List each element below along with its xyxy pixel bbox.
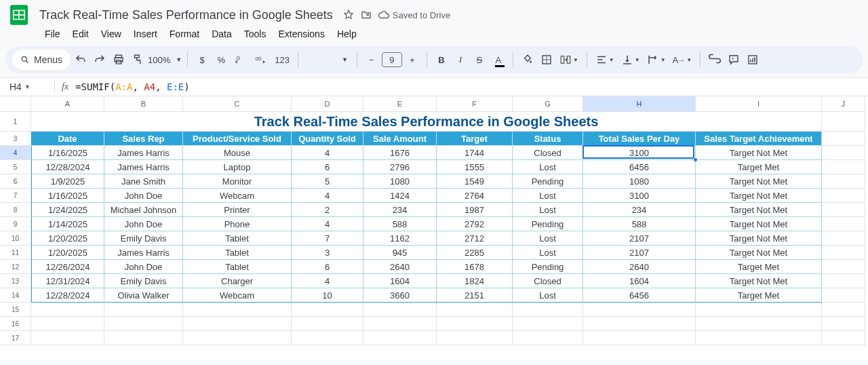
cell[interactable]: Tablet [183, 260, 292, 274]
move-icon[interactable] [360, 9, 372, 21]
increase-decimal-button[interactable]: .00 [252, 50, 271, 69]
cell[interactable]: Lost [513, 203, 583, 217]
cell[interactable] [513, 303, 583, 317]
cell[interactable]: Quantity Sold [292, 132, 363, 146]
row-header-17[interactable]: 17 [0, 331, 31, 345]
cell[interactable] [363, 317, 437, 331]
text-rotation-button[interactable]: A→▼ [670, 50, 695, 69]
cell[interactable]: 4 [292, 146, 363, 160]
row-header-16[interactable]: 16 [0, 317, 31, 331]
cell[interactable]: 4 [292, 274, 363, 288]
col-header-J[interactable]: J [822, 96, 865, 112]
col-header-C[interactable]: C [183, 96, 292, 112]
sheet-title-cell[interactable]: Track Real-Time Sales Performance in Goo… [31, 112, 822, 132]
cell[interactable]: Total Sales Per Day [583, 132, 696, 146]
cell[interactable]: Pending [513, 260, 583, 274]
cell[interactable]: Target Met [696, 288, 822, 303]
cells-area[interactable]: Track Real-Time Sales Performance in Goo… [31, 112, 865, 345]
cell[interactable]: 7 [292, 231, 363, 246]
cell[interactable]: 1080 [363, 174, 437, 189]
cell[interactable]: James Harris [104, 160, 183, 174]
cell[interactable]: Webcam [183, 288, 292, 303]
cell[interactable]: Closed [513, 274, 583, 288]
row-header-9[interactable]: 9 [0, 217, 31, 231]
cell[interactable]: 3100 [583, 146, 696, 160]
cell[interactable] [183, 317, 292, 331]
cell[interactable]: 1080 [583, 174, 696, 189]
cell[interactable]: Target Not Met [696, 189, 822, 203]
zoom-dropdown[interactable]: 100%▼ [148, 55, 182, 65]
row-header-11[interactable]: 11 [0, 246, 31, 260]
cell[interactable]: John Doe [104, 217, 183, 231]
borders-button[interactable] [538, 50, 555, 69]
cell[interactable]: 12/26/2024 [31, 260, 104, 274]
row-header-3[interactable]: 3 [0, 132, 31, 146]
row-header-8[interactable]: 8 [0, 203, 31, 217]
cell[interactable]: 2640 [363, 260, 437, 274]
cell[interactable]: Sales Rep [104, 132, 183, 146]
row-header-7[interactable]: 7 [0, 189, 31, 203]
increase-font-size-button[interactable]: + [403, 50, 421, 69]
cell[interactable]: 945 [363, 246, 437, 260]
cell[interactable] [822, 260, 865, 274]
cell[interactable]: 12/28/2024 [31, 160, 104, 174]
insert-comment-button[interactable]: + [725, 50, 743, 69]
cell[interactable]: Monitor [183, 174, 292, 189]
cell[interactable]: 1424 [363, 189, 437, 203]
col-header-H[interactable]: H [583, 96, 696, 112]
cell[interactable]: 10 [292, 288, 363, 303]
cell[interactable]: 12/28/2024 [31, 288, 104, 303]
cell[interactable]: Lost [513, 160, 583, 174]
col-header-A[interactable]: A [31, 96, 104, 112]
row-header-15[interactable]: 15 [0, 303, 31, 317]
cell[interactable]: Phone [183, 217, 292, 231]
row-header-13[interactable]: 13 [0, 274, 31, 288]
cell[interactable]: 6456 [583, 160, 696, 174]
text-color-button[interactable]: A [490, 50, 507, 69]
cell[interactable] [183, 331, 292, 345]
more-formats-button[interactable]: 123 [272, 50, 292, 69]
cell[interactable] [696, 331, 822, 345]
cell[interactable]: 2792 [437, 217, 513, 231]
cell[interactable] [696, 317, 822, 331]
cell[interactable]: 4 [292, 217, 363, 231]
cell[interactable]: Charger [183, 274, 292, 288]
paint-format-button[interactable] [129, 50, 146, 69]
cell[interactable]: 1555 [437, 160, 513, 174]
bold-button[interactable]: B [433, 50, 450, 69]
cell[interactable]: Lost [513, 288, 583, 303]
cell[interactable]: 1162 [363, 231, 437, 246]
merge-cells-button[interactable]: ▼ [557, 50, 581, 69]
cell[interactable]: 2151 [437, 288, 513, 303]
cell[interactable]: Olivia Walker [104, 288, 183, 303]
cell[interactable] [822, 317, 865, 331]
strikethrough-button[interactable]: S [471, 50, 488, 69]
cell[interactable] [822, 203, 865, 217]
undo-button[interactable] [72, 50, 90, 69]
vertical-align-button[interactable]: ▼ [618, 50, 643, 69]
menu-extensions[interactable]: Extensions [273, 26, 330, 42]
cell[interactable] [822, 303, 865, 317]
cell[interactable]: Closed [513, 146, 583, 160]
cell[interactable] [583, 331, 696, 345]
cell[interactable]: Target [437, 132, 513, 146]
row-header-5[interactable]: 5 [0, 160, 31, 174]
cell[interactable]: 1/16/2025 [31, 146, 104, 160]
select-all-corner[interactable] [0, 96, 31, 112]
cell[interactable]: Lost [513, 231, 583, 246]
row-header-6[interactable]: 6 [0, 174, 31, 189]
decrease-font-size-button[interactable]: − [363, 50, 380, 69]
menu-edit[interactable]: Edit [67, 26, 94, 42]
cell[interactable]: Sales Target Achievement [696, 132, 822, 146]
cell[interactable]: Webcam [183, 189, 292, 203]
cell[interactable] [104, 317, 183, 331]
cell[interactable] [822, 112, 865, 132]
cell[interactable]: Date [31, 132, 104, 146]
cell[interactable] [292, 331, 363, 345]
cell[interactable] [31, 303, 104, 317]
menu-format[interactable]: Format [164, 26, 205, 42]
col-header-G[interactable]: G [513, 96, 583, 112]
cell[interactable]: John Doe [104, 189, 183, 203]
cell[interactable]: 2796 [363, 160, 437, 174]
cell[interactable]: Target Not Met [696, 174, 822, 189]
